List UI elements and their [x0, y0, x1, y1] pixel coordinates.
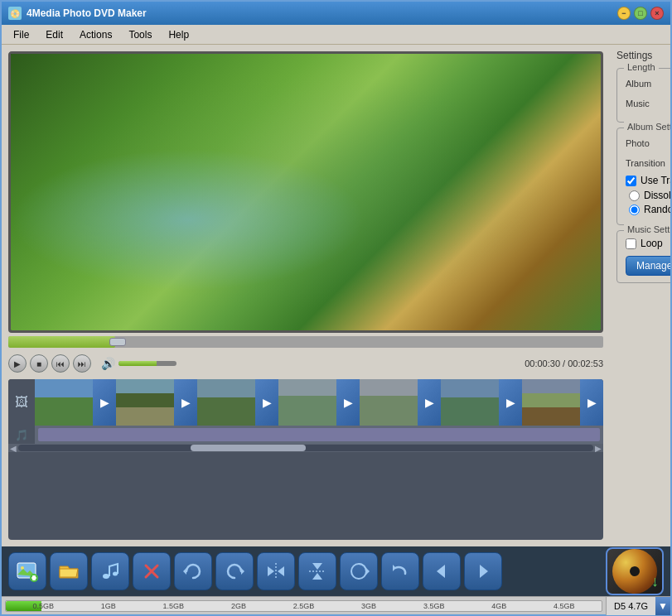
- menu-tools[interactable]: Tools: [120, 27, 160, 42]
- storage-label-8: 4.5GB: [554, 602, 575, 610]
- forward-button[interactable]: [464, 552, 502, 590]
- transition-2[interactable]: ▶: [174, 379, 197, 426]
- svg-marker-11: [268, 566, 274, 576]
- transition-3[interactable]: ▶: [255, 379, 278, 426]
- music-settings-group: Music Settings Loop Manage Audio: [616, 230, 670, 283]
- timeline-section: 🖼 ▶ ▶ ▶ ▶ ▶ ▶: [8, 379, 603, 540]
- transition-6[interactable]: ▶: [499, 379, 522, 426]
- random-transition-radio[interactable]: [629, 205, 640, 215]
- minimize-button[interactable]: −: [617, 7, 631, 20]
- storage-label-1: 1GB: [101, 602, 116, 610]
- album-settings-label: Album Settings: [624, 122, 670, 132]
- menu-help[interactable]: Help: [160, 27, 197, 42]
- rotate-cw-button[interactable]: [215, 552, 254, 590]
- scrollbar-thumb[interactable]: [191, 445, 306, 451]
- storage-label-0: 0.5GB: [32, 602, 54, 610]
- transition-4[interactable]: ▶: [336, 379, 360, 426]
- titlebar: 📀 4Media Photo DVD Maker − □ ×: [2, 2, 670, 25]
- progress-fill: [8, 336, 115, 348]
- preview-area: [8, 51, 603, 333]
- loop-label: Loop: [641, 238, 663, 249]
- use-transition-checkbox[interactable]: [626, 176, 636, 186]
- thumbnail-7[interactable]: [522, 379, 580, 426]
- main-window: 📀 4Media Photo DVD Maker − □ × File Edit…: [0, 0, 672, 616]
- disc-info: D5 4.7G: [606, 597, 655, 615]
- svg-marker-16: [366, 568, 370, 575]
- volume-bar[interactable]: [118, 361, 176, 366]
- time-display: 00:00:30 / 00:02:53: [525, 359, 603, 368]
- burn-button[interactable]: ↓: [606, 547, 664, 595]
- storage-label-2: 1.5GB: [163, 602, 185, 610]
- audio-track: [38, 428, 600, 441]
- thumbnail-6[interactable]: [441, 379, 499, 426]
- controls-bar: ▶ ■ ⏮ ⏭ 🔊 00:00:30 / 00:02:53: [8, 351, 603, 376]
- svg-marker-13: [312, 563, 322, 570]
- volume-fill: [118, 361, 157, 366]
- transition-duration-row: Transition ▲ ▼ ms: [626, 155, 670, 171]
- storage-label-7: 4GB: [491, 602, 506, 610]
- transition-5[interactable]: ▶: [418, 379, 441, 426]
- play-button[interactable]: ▶: [8, 354, 27, 373]
- next-button[interactable]: ⏭: [73, 354, 91, 373]
- progress-thumb[interactable]: [109, 338, 126, 346]
- svg-rect-4: [31, 577, 36, 579]
- horizontal-scrollbar[interactable]: ◀ ▶: [8, 444, 603, 452]
- menu-edit[interactable]: Edit: [37, 27, 71, 42]
- loop-checkbox[interactable]: [626, 238, 636, 249]
- transition-7[interactable]: ▶: [580, 379, 603, 426]
- prev-button[interactable]: ⏮: [51, 354, 70, 373]
- thumbnail-1[interactable]: [35, 379, 93, 426]
- music-settings-label: Music Settings: [624, 224, 670, 234]
- dissolve-only-label: Dissolve Only: [644, 190, 670, 201]
- svg-marker-19: [480, 565, 488, 578]
- delete-button[interactable]: [133, 552, 171, 590]
- flip-vertical-button[interactable]: [298, 552, 336, 590]
- svg-marker-17: [393, 565, 396, 571]
- transition-1[interactable]: ▶: [93, 379, 116, 426]
- add-music-button[interactable]: [91, 552, 129, 590]
- statusbar: 0.5GB 1GB 1.5GB 2GB 2.5GB 3GB 3.5GB 4GB …: [2, 596, 670, 614]
- menu-actions[interactable]: Actions: [71, 27, 120, 42]
- storage-label-5: 3GB: [361, 602, 376, 610]
- menu-file[interactable]: File: [5, 27, 37, 42]
- loop-row: Loop: [626, 238, 670, 249]
- audio-track-icon: 🎵: [8, 426, 35, 444]
- album-settings-group: Album Settings Photo ▲ ▼ ms ♪ Transition: [616, 128, 670, 225]
- svg-marker-9: [183, 568, 186, 575]
- length-group-label: Length: [624, 62, 659, 72]
- disc-arrow-button[interactable]: ▼: [655, 597, 670, 615]
- svg-point-5: [103, 574, 109, 579]
- progress-bar[interactable]: [8, 336, 603, 348]
- thumbnail-4[interactable]: [278, 379, 336, 426]
- flip-horizontal-button[interactable]: [257, 552, 295, 590]
- storage-labels: 0.5GB 1GB 1.5GB 2GB 2.5GB 3GB 3.5GB 4GB …: [6, 601, 602, 611]
- dissolve-only-radio[interactable]: [629, 190, 640, 201]
- rotate-ccw-button[interactable]: [174, 552, 212, 590]
- burn-arrow-icon: ↓: [651, 573, 659, 590]
- svg-marker-14: [312, 573, 322, 580]
- effects-button[interactable]: [340, 552, 378, 590]
- manage-audio-button[interactable]: Manage Audio: [626, 256, 670, 276]
- left-panel: ▶ ■ ⏮ ⏭ 🔊 00:00:30 / 00:02:53 🖼 ▶: [2, 45, 610, 546]
- volume-icon: 🔊: [101, 357, 115, 370]
- close-button[interactable]: ×: [650, 7, 664, 20]
- open-folder-button[interactable]: [50, 552, 88, 590]
- settings-title: Settings: [616, 50, 670, 63]
- add-photo-button[interactable]: [8, 552, 46, 590]
- dissolve-only-row: Dissolve Only: [626, 190, 670, 201]
- scrollbar-track[interactable]: [18, 445, 593, 451]
- thumbnail-2[interactable]: [116, 379, 174, 426]
- back-button[interactable]: [423, 552, 461, 590]
- stop-button[interactable]: ■: [30, 354, 48, 373]
- preview-video: [11, 54, 601, 330]
- thumbnail-3[interactable]: [197, 379, 255, 426]
- thumbnails-track: ▶ ▶ ▶ ▶ ▶ ▶ ▶: [35, 379, 603, 426]
- photo-duration-row: Photo ▲ ▼ ms ♪: [626, 135, 670, 152]
- maximize-button[interactable]: □: [634, 7, 647, 20]
- album-label: Album: [626, 79, 670, 89]
- transition-label: Transition: [626, 158, 670, 168]
- undo-button[interactable]: [381, 552, 419, 590]
- thumbnail-5[interactable]: [360, 379, 418, 426]
- svg-marker-10: [241, 568, 244, 575]
- right-panel: Settings Length Album Music Album Settin…: [610, 45, 670, 546]
